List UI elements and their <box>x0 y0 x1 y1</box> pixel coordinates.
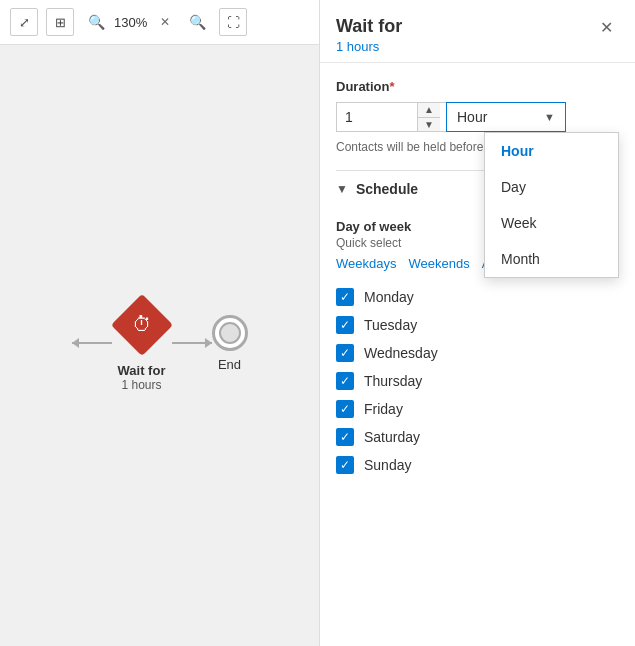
schedule-title: Schedule <box>356 181 418 197</box>
panel-header: Wait for 1 hours ✕ <box>320 0 635 63</box>
toolbar: ⤢ ⊞ 🔍 130% ✕ 🔍 ⛶ <box>0 0 319 45</box>
panel-body: Duration* ▲ ▼ Hour ▼ Hour Day Wee <box>320 63 635 646</box>
right-panel: Wait for 1 hours ✕ Duration* ▲ ▼ Hour <box>320 0 635 646</box>
duration-row: ▲ ▼ Hour ▼ Hour Day Week Month <box>336 102 619 132</box>
wednesday-checkbox[interactable]: ✓ <box>336 344 354 362</box>
zoom-level: 130% <box>114 15 147 30</box>
list-item: ✓ Saturday <box>336 423 619 451</box>
end-node-label: End <box>218 357 241 372</box>
connector-left <box>72 342 112 344</box>
list-item: ✓ Sunday <box>336 451 619 479</box>
schedule-chevron-icon: ▼ <box>336 182 348 196</box>
panel-title-group: Wait for 1 hours <box>336 16 402 54</box>
flow-diagram: ⏱ Wait for 1 hours End <box>72 295 248 392</box>
monday-checkbox[interactable]: ✓ <box>336 288 354 306</box>
weekends-link[interactable]: Weekends <box>408 256 469 271</box>
thursday-label: Thursday <box>364 373 422 389</box>
weekdays-link[interactable]: Weekdays <box>336 256 396 271</box>
diamond-wrapper: ⏱ <box>112 295 172 355</box>
list-item: ✓ Monday <box>336 283 619 311</box>
spin-up-button[interactable]: ▲ <box>418 103 440 117</box>
dropdown-option-day[interactable]: Day <box>485 169 618 205</box>
tuesday-label: Tuesday <box>364 317 417 333</box>
saturday-checkbox[interactable]: ✓ <box>336 428 354 446</box>
fit-button[interactable]: ⛶ <box>219 8 247 36</box>
zoom-in-button[interactable]: 🔍 <box>183 8 211 36</box>
saturday-label: Saturday <box>364 429 420 445</box>
expand-button[interactable]: ⤢ <box>10 8 38 36</box>
sunday-checkbox[interactable]: ✓ <box>336 456 354 474</box>
thursday-checkbox[interactable]: ✓ <box>336 372 354 390</box>
list-item: ✓ Thursday <box>336 367 619 395</box>
zoom-out-button[interactable]: 🔍 <box>82 8 110 36</box>
duration-spinners: ▲ ▼ <box>417 103 440 131</box>
friday-label: Friday <box>364 401 403 417</box>
sunday-label: Sunday <box>364 457 411 473</box>
chevron-down-icon: ▼ <box>544 111 555 123</box>
duration-unit-dropdown[interactable]: Hour ▼ <box>446 102 566 132</box>
dropdown-option-month[interactable]: Month <box>485 241 618 277</box>
wednesday-label: Wednesday <box>364 345 438 361</box>
dropdown-menu: Hour Day Week Month <box>484 132 619 278</box>
duration-input[interactable] <box>337 103 417 131</box>
end-node[interactable]: End <box>212 315 248 372</box>
duration-input-wrapper: ▲ ▼ <box>336 102 446 132</box>
list-item: ✓ Friday <box>336 395 619 423</box>
dropdown-option-hour[interactable]: Hour <box>485 133 618 169</box>
close-button[interactable]: ✕ <box>594 16 619 39</box>
zoom-reset-button[interactable]: ✕ <box>151 8 179 36</box>
list-item: ✓ Tuesday <box>336 311 619 339</box>
zoom-controls: 🔍 130% ✕ 🔍 <box>82 8 211 36</box>
days-list: ✓ Monday ✓ Tuesday ✓ Wednesday ✓ Thursda… <box>336 283 619 479</box>
wait-node-label: Wait for <box>118 363 166 378</box>
clock-icon: ⏱ <box>132 313 152 336</box>
monday-label: Monday <box>364 289 414 305</box>
canvas-area: ⤢ ⊞ 🔍 130% ✕ 🔍 ⛶ ⏱ <box>0 0 320 646</box>
wait-node-sublabel: 1 hours <box>121 378 161 392</box>
selected-unit-label: Hour <box>457 109 487 125</box>
friday-checkbox[interactable]: ✓ <box>336 400 354 418</box>
list-item: ✓ Wednesday <box>336 339 619 367</box>
tuesday-checkbox[interactable]: ✓ <box>336 316 354 334</box>
panel-subtitle: 1 hours <box>336 39 402 54</box>
grid-button[interactable]: ⊞ <box>46 8 74 36</box>
spin-down-button[interactable]: ▼ <box>418 118 440 132</box>
wait-node[interactable]: ⏱ Wait for 1 hours <box>112 295 172 392</box>
duration-label: Duration* <box>336 79 619 94</box>
panel-title: Wait for <box>336 16 402 37</box>
required-star: * <box>389 79 394 94</box>
end-circle <box>212 315 248 351</box>
canvas-content: ⏱ Wait for 1 hours End <box>0 45 319 641</box>
arrow-left <box>72 338 79 348</box>
end-circle-inner <box>219 322 241 344</box>
dropdown-option-week[interactable]: Week <box>485 205 618 241</box>
flow-nodes: ⏱ Wait for 1 hours End <box>72 295 248 392</box>
connector-right <box>172 342 212 344</box>
